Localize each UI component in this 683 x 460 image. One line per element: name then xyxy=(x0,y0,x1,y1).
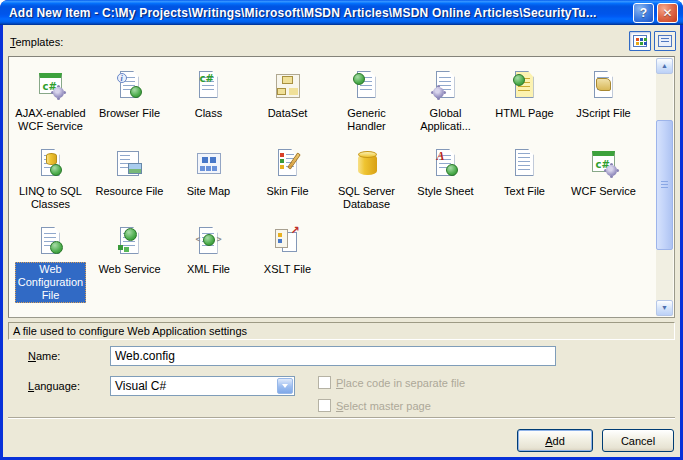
checkbox-label: Select master page xyxy=(336,400,431,412)
template-item-label: Skin File xyxy=(263,184,311,199)
template-item-label: WebConfigurationFile xyxy=(15,262,86,303)
templates-grid: AJAX-enabledWCF ServiceBrowser FileClass… xyxy=(11,69,654,315)
browser-file-icon xyxy=(113,69,147,103)
template-item[interactable]: WCF Service xyxy=(564,147,643,199)
template-item-label: Class xyxy=(192,106,226,121)
generic-handler-icon xyxy=(350,69,384,103)
template-item-label: Web Service xyxy=(95,262,163,277)
template-item-label: XML File xyxy=(184,262,233,277)
template-item[interactable]: SQL ServerDatabase xyxy=(327,147,406,212)
checkbox[interactable] xyxy=(318,376,331,389)
help-button[interactable]: ? xyxy=(633,3,654,23)
template-item-label: DataSet xyxy=(265,106,311,121)
help-icon: ? xyxy=(640,6,647,20)
template-item[interactable]: Text File xyxy=(485,147,564,199)
template-item-label: Style Sheet xyxy=(414,184,476,199)
template-item-label: LINQ to SQLClasses xyxy=(16,184,85,212)
chevron-down-icon xyxy=(282,384,288,388)
scrollbar-down-button[interactable]: ▼ xyxy=(656,300,673,316)
checkbox-label: Place code in separate file xyxy=(336,377,465,389)
template-item[interactable]: Browser File xyxy=(90,69,169,121)
ajax-wcf-service-icon xyxy=(34,69,68,103)
language-selected-value: Visual C# xyxy=(111,379,276,393)
template-item-label: AJAX-enabledWCF Service xyxy=(12,106,88,134)
view-mode-buttons xyxy=(629,31,676,51)
scrollbar-up-button[interactable]: ▲ xyxy=(656,58,673,74)
scroll-down-icon: ▼ xyxy=(661,304,668,311)
template-item[interactable]: XSLT File xyxy=(248,225,327,277)
scrollbar-thumb[interactable] xyxy=(656,120,673,250)
options-group: Place code in separate fileSelect master… xyxy=(318,374,465,414)
template-item-label: Resource File xyxy=(93,184,167,199)
template-item-label: HTML Page xyxy=(492,106,556,121)
linq-to-sql-icon xyxy=(34,147,68,181)
jscript-file-icon xyxy=(587,69,621,103)
scroll-up-icon: ▲ xyxy=(661,62,668,69)
cancel-button[interactable]: Cancel xyxy=(602,429,674,452)
option-row: Select master page xyxy=(318,397,465,414)
window-title: Add New Item - C:\My Projects\Writings\M… xyxy=(9,6,630,20)
class-icon xyxy=(192,69,226,103)
template-item[interactable]: GenericHandler xyxy=(327,69,406,134)
xml-file-icon xyxy=(192,225,226,259)
list-view-button[interactable] xyxy=(654,31,676,51)
text-file-icon xyxy=(508,147,542,181)
close-button[interactable]: ✕ xyxy=(657,3,678,23)
style-sheet-icon xyxy=(429,147,463,181)
template-item-label: Site Map xyxy=(184,184,233,199)
add-button[interactable]: Add xyxy=(517,429,593,452)
template-item[interactable]: Web Service xyxy=(90,225,169,277)
template-item[interactable]: DataSet xyxy=(248,69,327,121)
template-item-label: Browser File xyxy=(96,106,163,121)
option-row: Place code in separate file xyxy=(318,374,465,391)
divider xyxy=(8,417,675,419)
large-icons-icon xyxy=(633,35,647,47)
template-item[interactable]: XML File xyxy=(169,225,248,277)
dataset-icon xyxy=(271,69,305,103)
large-icons-view-button[interactable] xyxy=(629,31,651,51)
template-item-label: WCF Service xyxy=(568,184,639,199)
scrollbar-track[interactable]: ▲ ▼ xyxy=(656,58,673,316)
template-item[interactable]: LINQ to SQLClasses xyxy=(11,147,90,212)
web-configuration-file-icon xyxy=(34,225,68,259)
list-view-icon xyxy=(658,35,672,47)
title-bar[interactable]: Add New Item - C:\My Projects\Writings\M… xyxy=(0,0,683,25)
template-item[interactable]: Style Sheet xyxy=(406,147,485,199)
template-item-label: JScript File xyxy=(573,106,633,121)
templates-label: Templates: xyxy=(10,36,63,48)
template-item[interactable]: JScript File xyxy=(564,69,643,121)
global-application-icon xyxy=(429,69,463,103)
templates-list: AJAX-enabledWCF ServiceBrowser FileClass… xyxy=(8,56,675,318)
resource-file-icon xyxy=(113,147,147,181)
checkbox[interactable] xyxy=(318,399,331,412)
template-item[interactable]: Class xyxy=(169,69,248,121)
template-item[interactable]: Site Map xyxy=(169,147,248,199)
template-item[interactable]: Skin File xyxy=(248,147,327,199)
template-item-label: Text File xyxy=(501,184,548,199)
template-item[interactable]: GlobalApplicati... xyxy=(406,69,485,134)
dialog-body: Templates: AJAX-enabledWCF ServiceBrowse… xyxy=(3,25,680,457)
html-page-icon xyxy=(508,69,542,103)
name-label: Name: xyxy=(28,350,60,362)
wcf-service-icon xyxy=(587,147,621,181)
template-item[interactable]: HTML Page xyxy=(485,69,564,121)
sql-server-database-icon xyxy=(350,147,384,181)
xslt-file-icon xyxy=(271,225,305,259)
add-new-item-dialog: Add New Item - C:\My Projects\Writings\M… xyxy=(0,0,683,460)
dropdown-arrow-button[interactable] xyxy=(277,378,293,394)
close-icon: ✕ xyxy=(662,6,672,20)
web-service-icon xyxy=(113,225,147,259)
template-item-label: GenericHandler xyxy=(344,106,389,134)
name-input[interactable] xyxy=(110,346,556,366)
template-item[interactable]: Resource File xyxy=(90,147,169,199)
site-map-icon xyxy=(192,147,226,181)
template-item[interactable]: AJAX-enabledWCF Service xyxy=(11,69,90,134)
template-description: A file used to configure Web Application… xyxy=(8,322,675,340)
template-item-label: XSLT File xyxy=(261,262,314,277)
template-item-label: SQL ServerDatabase xyxy=(335,184,398,212)
language-label: Language: xyxy=(28,380,80,392)
template-item[interactable]: WebConfigurationFile xyxy=(11,225,90,303)
language-dropdown[interactable]: Visual C# xyxy=(110,376,295,396)
template-item-label: GlobalApplicati... xyxy=(417,106,474,134)
skin-file-icon xyxy=(271,147,305,181)
